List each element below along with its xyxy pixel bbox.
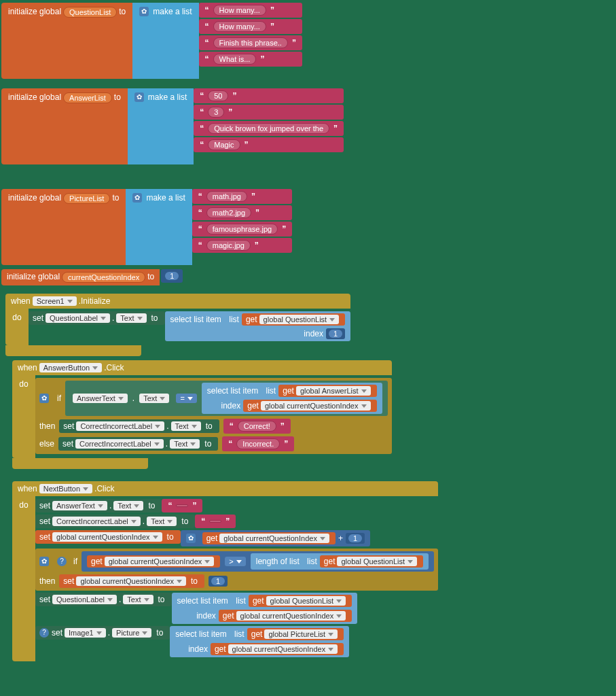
select-list-item[interactable]: select list item list getglobal Question…: [172, 593, 358, 624]
set-image1-picture[interactable]: ? set Image1 . Picture to select list it…: [35, 626, 438, 657]
string-item[interactable]: “What is...”: [199, 52, 302, 67]
get-block[interactable]: getglobal currentQuestionIndex: [219, 610, 352, 622]
set-questionlabel-text[interactable]: set QuestionLabel . Text to select list …: [29, 311, 350, 341]
compare-block[interactable]: getglobal currentQuestionIndex > length …: [81, 551, 434, 572]
var-dropdown[interactable]: global AnswerList: [296, 386, 371, 396]
help-icon[interactable]: ?: [39, 628, 49, 638]
string-item[interactable]: “How many...”: [199, 19, 302, 34]
component-dropdown[interactable]: AnswerButton: [39, 363, 102, 372]
gear-icon[interactable]: ✿: [186, 534, 196, 543]
property-dropdown[interactable]: Text: [113, 501, 143, 510]
operator-dropdown[interactable]: >: [225, 557, 245, 566]
component-dropdown[interactable]: Screen1: [33, 296, 77, 306]
string-item[interactable]: “magic.jpg”: [192, 238, 292, 253]
gear-icon[interactable]: ✿: [134, 92, 144, 102]
string-item[interactable]: “Quick brown fox jumped over the”: [194, 121, 344, 136]
get-block[interactable]: getglobal currentQuestionIndex: [243, 400, 376, 412]
event-nextbutton-click[interactable]: when NextButton .Click do set AnswerText…: [12, 481, 438, 661]
string-item[interactable]: “50”: [194, 88, 344, 103]
var-dropdown[interactable]: global currentQuestionIndex: [105, 557, 215, 566]
component-dropdown[interactable]: CorrectIncorrectLabel: [76, 421, 164, 431]
select-list-item[interactable]: select list item list getglobal AnswerLi…: [202, 383, 382, 414]
property-dropdown[interactable]: Text: [147, 517, 177, 526]
set-correctlabel[interactable]: set CorrectIncorrectLabel . Text to “ ”: [35, 515, 438, 528]
event-answerbutton-click[interactable]: when AnswerButton .Click do ✿ if AnswerT…: [12, 360, 392, 469]
var-dropdown[interactable]: global currentQuestionIndex: [236, 611, 346, 621]
if-block[interactable]: ✿ if AnswerText . Text = select list ite…: [35, 378, 392, 454]
string-item[interactable]: “Correct!”: [223, 419, 291, 434]
select-list-item[interactable]: select list item list getglobal PictureL…: [170, 626, 349, 657]
var-dropdown[interactable]: global currentQuestionIndex: [76, 576, 186, 586]
get-block[interactable]: getglobal currentQuestionIndex: [211, 643, 344, 655]
string-item[interactable]: “How many...”: [199, 3, 302, 18]
init-answerlist[interactable]: initialize global AnswerList to ✿ make a…: [1, 88, 615, 164]
string-item[interactable]: “3”: [194, 105, 344, 120]
math-add-block[interactable]: ✿ getglobal currentQuestionIndex + 1: [181, 530, 370, 546]
var-dropdown[interactable]: global currentQuestionIndex: [219, 534, 329, 543]
component-dropdown[interactable]: NextButton: [39, 484, 92, 493]
property-dropdown[interactable]: Text: [116, 313, 146, 323]
init-currentquestionindex[interactable]: initialize global currentQuestionIndex t…: [1, 269, 615, 285]
gear-icon[interactable]: ✿: [39, 557, 49, 566]
set-global-cqi[interactable]: set global currentQuestionIndex to: [59, 574, 204, 588]
get-block[interactable]: getglobal QuestionList: [320, 555, 423, 568]
get-block[interactable]: getglobal currentQuestionIndex: [202, 532, 336, 544]
get-block[interactable]: getglobal QuestionList: [242, 313, 345, 326]
get-block[interactable]: getglobal QuestionList: [249, 595, 352, 607]
event-screen1-initialize[interactable]: when Screen1 .Initialize do set Question…: [5, 294, 350, 356]
property-dropdown[interactable]: Text: [123, 595, 153, 604]
string-item[interactable]: “ ”: [195, 515, 236, 528]
var-dropdown[interactable]: global QuestionList: [266, 596, 346, 606]
operator-dropdown[interactable]: =: [176, 394, 196, 403]
var-dropdown[interactable]: global PictureList: [264, 629, 338, 639]
string-item[interactable]: “Incorrect.”: [222, 436, 294, 451]
var-dropdown[interactable]: global currentQuestionIndex: [228, 644, 338, 654]
component-dropdown[interactable]: CorrectIncorrectLabel: [75, 439, 164, 449]
set-global-cqi[interactable]: set global currentQuestionIndex to ✿ get…: [35, 530, 438, 546]
string-item[interactable]: “Finish this phrase..”: [199, 35, 302, 50]
get-block[interactable]: getglobal PictureList: [247, 628, 344, 640]
set-correctlabel[interactable]: set CorrectIncorrectLabel . Text to: [59, 419, 219, 433]
kw-to: to: [204, 439, 211, 449]
var-dropdown[interactable]: global QuestionList: [259, 315, 340, 324]
component-dropdown[interactable]: CorrectIncorrectLabel: [52, 517, 141, 526]
help-icon[interactable]: ?: [57, 557, 67, 566]
set-correctlabel[interactable]: set CorrectIncorrectLabel . Text to: [58, 437, 218, 451]
gear-icon[interactable]: ✿: [39, 394, 49, 403]
string-item[interactable]: “math2.jpg”: [192, 205, 292, 220]
init-questionlist[interactable]: initialize global QuestionList to ✿ make…: [1, 3, 615, 79]
component-dropdown[interactable]: QuestionLabel: [46, 313, 110, 323]
get-block[interactable]: getglobal AnswerList: [278, 385, 376, 397]
set-answertext[interactable]: set AnswerText . Text to “ ”: [35, 499, 438, 512]
component-dropdown[interactable]: QuestionLabel: [52, 595, 117, 604]
get-block[interactable]: getglobal currentQuestionIndex: [87, 555, 220, 568]
set-questionlabel-text[interactable]: set QuestionLabel . Text to select list …: [35, 593, 438, 624]
component-dropdown[interactable]: AnswerText: [73, 394, 128, 403]
gear-icon[interactable]: ✿: [139, 7, 149, 16]
number-block[interactable]: 1: [161, 269, 183, 283]
number-block[interactable]: 1: [326, 328, 345, 339]
property-dropdown[interactable]: Text: [170, 439, 200, 449]
string-item[interactable]: “math.jpg”: [192, 189, 292, 204]
property-dropdown[interactable]: Text: [139, 394, 169, 403]
string-item[interactable]: “famousphrase.jpg”: [192, 222, 292, 237]
text-value: math2.jpg: [206, 207, 251, 218]
var-dropdown[interactable]: global currentQuestionIndex: [52, 532, 162, 542]
if-block[interactable]: ✿ ? if getglobal currentQuestionIndex > …: [35, 549, 438, 591]
length-of-list[interactable]: length of list list getglobal QuestionLi…: [251, 553, 429, 570]
string-item[interactable]: “ ”: [162, 499, 202, 512]
number-block[interactable]: 1: [346, 533, 365, 544]
event-suffix: .Initialize: [79, 296, 111, 306]
var-dropdown[interactable]: global currentQuestionIndex: [261, 401, 371, 411]
gear-icon[interactable]: ✿: [132, 193, 142, 203]
string-item[interactable]: “Magic”: [194, 137, 344, 152]
component-dropdown[interactable]: Image1: [65, 628, 106, 638]
compare-block[interactable]: AnswerText . Text = select list item lis…: [65, 381, 388, 416]
init-picturelist[interactable]: initialize global PictureList to ✿ make …: [1, 189, 615, 265]
number-block[interactable]: 1: [209, 576, 228, 587]
property-dropdown[interactable]: Text: [171, 421, 201, 431]
property-dropdown[interactable]: Picture: [112, 628, 151, 638]
component-dropdown[interactable]: AnswerText: [52, 501, 107, 510]
var-dropdown[interactable]: global QuestionList: [337, 557, 417, 566]
select-list-item[interactable]: select list item list getglobal Question…: [165, 311, 351, 341]
